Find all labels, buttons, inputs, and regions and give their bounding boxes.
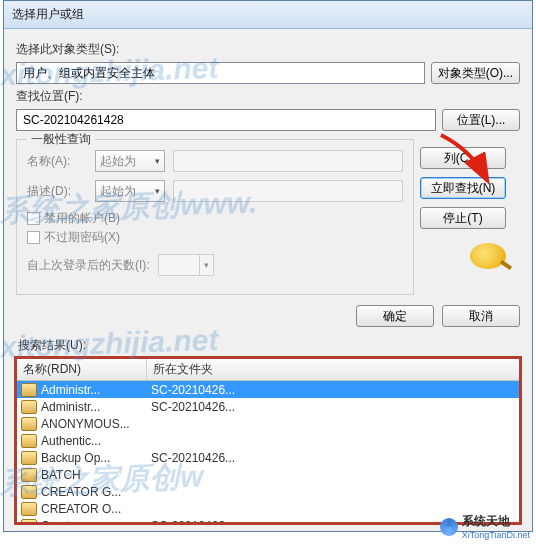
nonexpiring-pw-label: 不过期密码(X) [44,229,120,246]
group-icon [21,383,37,397]
dialog-window: 选择用户或组 选择此对象类型(S): 对象类型(O)... 查找位置(F): 位… [3,0,533,532]
group-icon [21,451,37,465]
name-input[interactable] [173,150,403,172]
name-match-value: 起始为 [100,153,136,170]
ok-button[interactable]: 确定 [356,305,434,327]
group-icon [21,400,37,414]
row-name: Administr... [41,383,147,397]
common-query-fieldset: 一般性查询 名称(A): 起始为 ▾ 描述(D): 起始为 ▾ [16,139,414,295]
group-icon [21,485,37,499]
table-row[interactable]: Authentic... [17,432,519,449]
row-name: Administr... [41,400,147,414]
chevron-down-icon: ▾ [199,255,213,275]
titlebar: 选择用户或组 [4,1,532,29]
object-type-input[interactable] [16,62,425,84]
footer-logo: 系统天地 XiTongTianDi.net [440,513,530,540]
group-icon [21,519,37,524]
row-folder: SC-20210426... [147,400,519,414]
name-label: 名称(A): [27,153,87,170]
chevron-down-icon: ▾ [155,186,160,196]
group-icon [21,417,37,431]
table-row[interactable]: Backup Op...SC-20210426... [17,449,519,466]
location-label: 查找位置(F): [16,88,520,105]
days-since-logon-combo[interactable]: ▾ [158,254,214,276]
results-list[interactable]: 名称(RDN) 所在文件夹 Administr...SC-20210426...… [16,358,520,523]
find-now-button[interactable]: 立即查找(N) [420,177,506,199]
desc-input[interactable] [173,180,403,202]
desc-label: 描述(D): [27,183,87,200]
desc-match-value: 起始为 [100,183,136,200]
name-match-combo[interactable]: 起始为 ▾ [95,150,165,172]
search-results-label: 搜索结果(U): [18,337,520,354]
locations-button[interactable]: 位置(L)... [442,109,520,131]
group-icon [21,434,37,448]
days-since-logon-label: 自上次登录后的天数(I): [27,257,150,274]
table-row[interactable]: Administr...SC-20210426... [17,398,519,415]
desc-match-combo[interactable]: 起始为 ▾ [95,180,165,202]
row-folder: SC-20210426... [147,451,519,465]
location-input[interactable] [16,109,436,131]
results-header: 名称(RDN) 所在文件夹 [17,359,519,381]
object-type-label: 选择此对象类型(S): [16,41,520,58]
disabled-accounts-checkbox[interactable] [27,212,40,225]
row-name: CREATOR O... [41,502,147,516]
group-icon [21,502,37,516]
group-icon [21,468,37,482]
row-name: Backup Op... [41,451,147,465]
table-row[interactable]: BATCH [17,466,519,483]
row-folder: SC-20210426... [147,383,519,397]
search-icon [470,243,506,269]
col-folder[interactable]: 所在文件夹 [147,359,519,380]
columns-button[interactable]: 列(C)... [420,147,506,169]
row-name: ANONYMOUS... [41,417,147,431]
chevron-down-icon: ▾ [155,156,160,166]
col-name[interactable]: 名称(RDN) [17,359,147,380]
row-name: Cryptogra... [41,519,147,524]
row-name: BATCH [41,468,147,482]
table-row[interactable]: ANONYMOUS... [17,415,519,432]
stop-button[interactable]: 停止(T) [420,207,506,229]
globe-icon [440,518,458,536]
logo-title: 系统天地 [462,513,530,530]
disabled-accounts-label: 禁用的帐户(B) [44,210,120,227]
common-query-legend: 一般性查询 [27,131,95,148]
window-title: 选择用户或组 [12,6,84,23]
row-name: CREATOR G... [41,485,147,499]
row-name: Authentic... [41,434,147,448]
dialog-content: 选择此对象类型(S): 对象类型(O)... 查找位置(F): 位置(L)...… [4,29,532,531]
logo-subtitle: XiTongTianDi.net [462,530,530,540]
object-types-button[interactable]: 对象类型(O)... [431,62,520,84]
nonexpiring-pw-checkbox[interactable] [27,231,40,244]
table-row[interactable]: CREATOR G... [17,483,519,500]
cancel-button[interactable]: 取消 [442,305,520,327]
table-row[interactable]: Administr...SC-20210426... [17,381,519,398]
